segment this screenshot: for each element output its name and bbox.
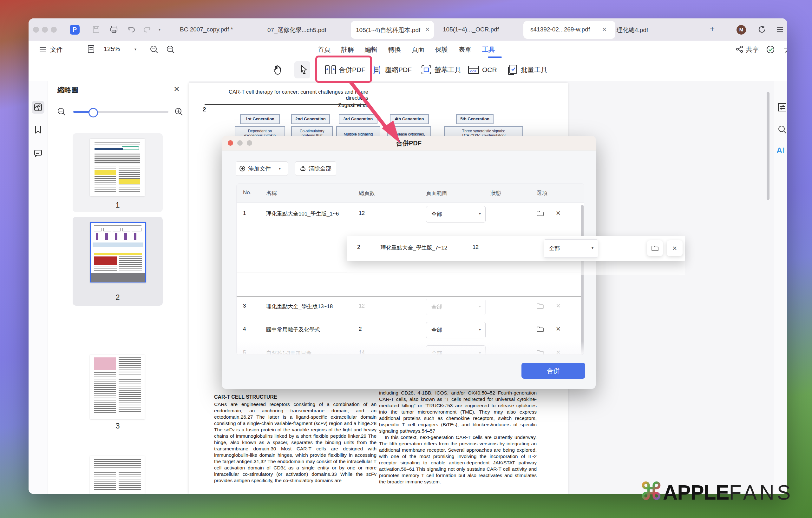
table-row[interactable]: 4 國中常用離子及化學式 2 全部▾ ✕ — [237, 318, 584, 342]
minimize-window-button[interactable] — [42, 27, 48, 33]
clear-all-button[interactable]: 清除全部 — [295, 161, 336, 176]
thumbnail-page-number: 1 — [72, 200, 163, 210]
ocr-tool[interactable]: OCR OCR — [467, 59, 497, 81]
applefans-logo-icon: ⌘ — [639, 478, 663, 505]
page-range-dropdown[interactable]: 全部▾ — [426, 322, 486, 338]
compress-pdf-tool[interactable]: 壓縮PDF — [371, 59, 412, 81]
ai-assistant-icon[interactable]: AI — [777, 146, 785, 156]
folder-icon[interactable] — [647, 240, 663, 256]
comments-panel-icon[interactable] — [32, 147, 45, 160]
menu-convert[interactable]: 轉換 — [388, 46, 401, 54]
share-label[interactable]: 共享 — [746, 46, 759, 54]
zoom-dropdown-icon[interactable]: ▾ — [135, 47, 136, 51]
table-row[interactable]: 1 理化重點大全101_學生版_1~6 12 全部▾ ✕ — [237, 202, 584, 226]
add-icon — [239, 165, 245, 172]
tab-ocr[interactable]: 105(1~4)..._OCR.pdf — [443, 26, 499, 33]
generation-box-3: 3rd Generation — [339, 114, 377, 124]
menu-edit[interactable]: 編輯 — [365, 46, 377, 54]
panel-title: 縮略圖 — [57, 85, 78, 95]
thumbnail-image — [90, 456, 145, 494]
redo-icon[interactable] — [143, 25, 151, 35]
menu-home[interactable]: 首頁 — [318, 46, 330, 54]
remove-file-icon[interactable]: ✕ — [556, 210, 561, 217]
remove-file-icon[interactable]: ✕ — [556, 325, 561, 333]
zoom-in-icon[interactable] — [166, 45, 175, 56]
add-files-dropdown-icon[interactable]: ▾ — [275, 162, 285, 175]
search-icon[interactable] — [777, 125, 787, 136]
menu-protect[interactable]: 保護 — [435, 46, 448, 54]
file-menu-icon[interactable] — [39, 45, 47, 55]
tab-science-book[interactable]: 105(1~4)自然科題本.pdf — [356, 26, 420, 34]
thumbnail-page-4[interactable] — [72, 455, 163, 494]
zoom-window-button[interactable] — [51, 27, 57, 33]
tab-s41392-close-icon[interactable]: ✕ — [602, 26, 607, 33]
dragged-table-row[interactable]: 2 理化重點大全_學生版_7~12 12 全部 ▾ ✕ — [347, 236, 685, 261]
history-dropdown-icon[interactable]: ▾ — [158, 27, 161, 32]
col-status: 狀態 — [490, 190, 501, 197]
folder-icon[interactable] — [536, 210, 544, 218]
col-name: 名稱 — [266, 190, 277, 197]
bookmarks-panel-icon[interactable] — [32, 123, 45, 136]
main-menu-icon[interactable] — [776, 25, 784, 35]
sync-icon[interactable] — [757, 25, 766, 35]
thumbnail-page-2-selected[interactable]: 2 — [72, 217, 163, 306]
thumb-size-slider[interactable] — [73, 111, 168, 113]
undo-icon[interactable] — [127, 25, 136, 35]
tab-bc2007[interactable]: BC 2007_copy.pdf * — [180, 26, 233, 33]
clear-icon — [300, 165, 306, 172]
share-icon[interactable] — [736, 46, 744, 54]
select-tool-icon[interactable] — [298, 64, 308, 76]
table-scrollbar[interactable] — [581, 205, 584, 355]
tab-chem-ch5[interactable]: 07_選修化學...ch5.pdf — [267, 26, 326, 34]
thumbnail-page-1[interactable]: 1 — [72, 133, 163, 212]
hand-tool-icon[interactable] — [272, 64, 283, 77]
cloud-sync-icon[interactable] — [766, 45, 775, 56]
divider — [78, 45, 78, 55]
tab-science-book-close-icon[interactable]: ✕ — [425, 26, 430, 33]
menu-tools[interactable]: 工具 — [482, 46, 495, 54]
zoom-level-value[interactable]: 125% — [104, 46, 120, 53]
page-range-dropdown[interactable]: 全部▾ — [426, 206, 486, 222]
close-window-button[interactable] — [33, 27, 39, 33]
zoom-out-icon[interactable] — [149, 45, 159, 56]
thumbnails-panel-icon[interactable] — [32, 101, 45, 114]
app-logo: P — [70, 25, 80, 35]
save-icon[interactable] — [92, 25, 100, 35]
col-options: 選項 — [537, 190, 548, 197]
screen-tools-tool[interactable]: 螢幕工具 — [420, 59, 461, 81]
panel-close-icon[interactable]: ✕ — [174, 85, 180, 93]
remove-file-icon[interactable]: ✕ — [667, 240, 683, 256]
file-menu[interactable]: 文件 — [50, 46, 63, 54]
new-tab-button[interactable]: + — [710, 24, 715, 34]
batch-tools-tool[interactable]: 批量工具 — [507, 59, 548, 81]
folder-icon[interactable] — [536, 326, 544, 334]
menu-annotate[interactable]: 註解 — [341, 46, 354, 54]
right-column-paragraph: including CD28, 4-1BB, ICOS, and/or OX40… — [379, 390, 537, 434]
merge-confirm-button[interactable]: 合併 — [521, 363, 585, 379]
folder-icon[interactable] — [536, 303, 544, 310]
avatar[interactable]: M — [736, 25, 746, 35]
batch-tools-icon — [507, 64, 518, 75]
table-bottom-fade — [237, 341, 584, 355]
left-column-paragraph: CARs are engineered receptors consisting… — [214, 401, 377, 484]
page-range-dropdown[interactable]: 全部▾ — [426, 299, 486, 315]
thumb-zoom-in-icon[interactable] — [174, 107, 184, 118]
properties-panel-icon[interactable] — [777, 103, 787, 113]
page-range-dropdown[interactable]: 全部 ▾ — [544, 239, 598, 258]
menu-form[interactable]: 表單 — [459, 46, 471, 54]
table-row[interactable]: 3 理化重點大全_學生版13~18 12 全部▾ ✕ — [237, 295, 584, 318]
add-files-button[interactable]: 添加文件 ▾ — [236, 161, 288, 176]
tab-s41392[interactable]: s41392-02...269-w.pdf — [530, 26, 590, 33]
tab-lihua4[interactable]: 理化總4.pdf — [617, 26, 648, 34]
document-scrollbar[interactable] — [766, 92, 770, 200]
menu-page[interactable]: 頁面 — [412, 46, 425, 54]
thumbnail-image — [90, 355, 145, 419]
slider-knob[interactable] — [88, 108, 98, 117]
right-icon-strip: AI — [774, 81, 787, 494]
collapse-toolbar-icon[interactable] — [783, 46, 787, 55]
thumb-zoom-out-icon[interactable] — [57, 107, 66, 118]
page-fit-icon[interactable] — [87, 45, 95, 55]
print-icon[interactable] — [110, 25, 118, 35]
remove-file-icon[interactable]: ✕ — [556, 302, 561, 309]
thumbnail-page-3[interactable]: 3 — [72, 349, 163, 432]
